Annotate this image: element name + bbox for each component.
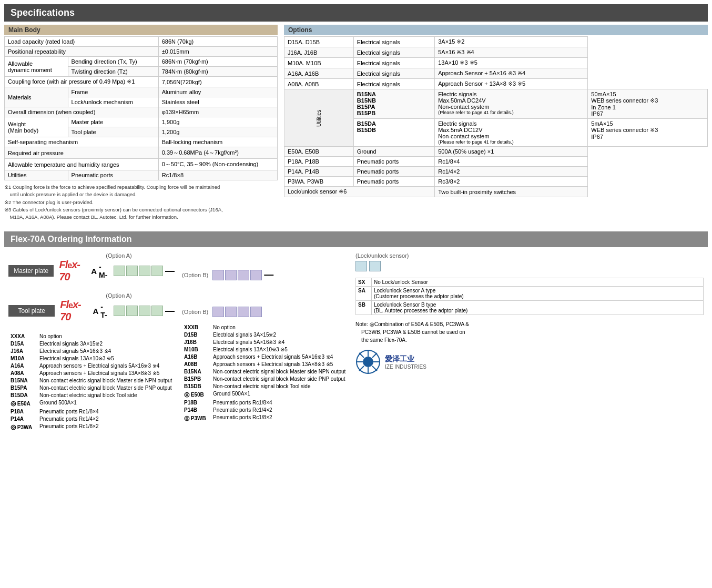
option-b-master-placeholder <box>182 252 350 269</box>
list-item: P18BPneumatic ports Rc1/8×4 <box>182 399 350 406</box>
list-item: ◎ P3WAPneumatic ports Rc1/8×2 <box>8 422 177 431</box>
table-row: Weight(Main body) Master plate 1,900g <box>5 117 278 127</box>
ordering-body: (Option A) Master plate Flex-70A -M- — <box>4 252 708 431</box>
svg-line-7 <box>372 366 377 371</box>
list-item: B15PBNon-contact electric signal block M… <box>182 375 350 382</box>
list-item: A16AApproach sensors + Electrical signal… <box>8 362 177 369</box>
code-box <box>114 266 125 276</box>
code-box-purple <box>250 270 262 280</box>
sensor-code-box <box>369 261 381 271</box>
tool-plate-section: (Option A) Tool plate Flex-70A -T- — <box>8 292 177 323</box>
code-box-purple <box>212 270 224 280</box>
svg-point-1 <box>363 357 373 367</box>
options-table: D15A. D15B Electrical signals 3A×15 ※2 J… <box>284 36 708 197</box>
table-row: D15A. D15B Electrical signals 3A×15 ※2 <box>284 37 708 47</box>
list-item: D15AElectrical signals 3A×15※2 <box>8 340 177 347</box>
table-row: A16A. A16B Electrical signals Approach S… <box>284 68 708 79</box>
table-row: Allowabledynamic moment Bending directio… <box>5 57 278 67</box>
option-b-label-1: (Option B) <box>182 272 208 278</box>
svg-line-9 <box>359 366 364 371</box>
list-item: M10AElectrical signals 13A×10※3 ※5 <box>8 354 177 362</box>
table-row: Required air pressure 0.39～0.68MPa (4～7k… <box>5 147 278 159</box>
ize-brand: 愛泽工业 IZE INDUSTRIES <box>385 354 426 370</box>
list-item: B15NANon-contact electric signal block M… <box>182 368 350 375</box>
list-item: ◎ P3WBPneumatic ports Rc1/8×2 <box>182 413 350 422</box>
option-a-label-master: (Option A) <box>61 252 177 259</box>
table-row: Materials Frame Aluminum alloy <box>5 87 278 97</box>
option-b-label-2: (Option B) <box>182 309 208 315</box>
ordering-note: Note: ◎Combination of E50A & E50B, PC3WA… <box>355 320 704 344</box>
table-row: Lock/unlock sensor ※6 Two built-in proxi… <box>284 187 708 197</box>
option-b-master-row: (Option B) — <box>182 269 350 280</box>
svg-line-6 <box>359 353 364 358</box>
code-box <box>151 266 163 276</box>
ordering-title-bar: Flex-70A Ordering Information <box>4 231 708 247</box>
ize-chinese-name: 愛泽工业 <box>385 354 426 364</box>
master-logo: Flex-70 <box>59 259 89 283</box>
code-box-purple <box>238 270 249 280</box>
list-item: ◎ E50AGround 500A×1 <box>8 399 177 408</box>
option-b-tool-placeholder <box>182 290 350 307</box>
master-option-a-boxes <box>114 266 163 276</box>
list-item: A16BApproach sensors + Electrical signal… <box>182 353 350 360</box>
table-row: Utilities Pneumatic ports Rc1/8×8 <box>5 170 278 180</box>
option-a-label-tool: (Option A) <box>61 292 177 299</box>
master-logo-a: A <box>91 267 97 276</box>
code-box <box>114 306 125 316</box>
svg-line-8 <box>372 353 377 358</box>
list-item: D15BElectrical signals 3A×15※2 <box>182 331 350 338</box>
ordering-option-b: (Option B) — (Option B) <box>182 252 350 431</box>
tool-suffix: -T- <box>100 302 109 319</box>
code-box <box>126 306 138 316</box>
specifications-section: Specifications Main Body Load capacity (… <box>4 4 708 221</box>
code-box <box>151 306 163 316</box>
main-body-section: Main Body Load capacity (rated load) 686… <box>4 25 278 221</box>
table-row: P3WA. P3WB Pneumatic ports Rc3/8×2 <box>284 177 708 187</box>
master-plate-row: Master plate Flex-70A -M- — <box>8 259 177 283</box>
footnotes: ※1 Coupling force is the force to achiev… <box>4 184 278 221</box>
sensor-boxes-row <box>355 261 704 271</box>
list-item: P18APneumatic ports Rc1/8×4 <box>8 408 177 415</box>
list-item: A08BApproach sensors + Electrical signal… <box>182 360 350 368</box>
list-item: XXXBNo option <box>182 323 350 331</box>
table-row: SB Lock/unlock Sensor B type(BL. Autotec… <box>356 301 704 315</box>
master-plate-section: (Option A) Master plate Flex-70A -M- — <box>8 252 177 283</box>
options-header: Options <box>284 25 708 35</box>
tool-plate-row: Tool plate Flex-70A -T- — <box>8 299 177 323</box>
code-box-purple <box>225 270 237 280</box>
table-row: Positional repeatability ±0.015mm <box>5 47 278 57</box>
table-row: Self-separating mechanism Ball-locking m… <box>5 137 278 147</box>
list-item: B15NANon-contact electric signal block M… <box>8 377 177 384</box>
ordering-section: Flex-70A Ordering Information (Option A)… <box>4 231 708 431</box>
list-item: J16BElectrical signals 5A×16※3 ※4 <box>182 338 350 346</box>
list-item: P14BPneumatic ports Rc1/4×2 <box>182 406 350 413</box>
list-item: P14APneumatic ports Rc1/4×2 <box>8 415 177 422</box>
sensor-label: (Lock/unlock sensor) <box>355 252 704 259</box>
tool-plate-label: Tool plate <box>8 305 55 317</box>
sensor-code-box <box>355 261 367 271</box>
table-row: SX No Lock/unlock Sensor <box>356 278 704 287</box>
main-body-table: Load capacity (rated load) 686N (70kg) P… <box>4 36 278 180</box>
list-item: B15DBNon-contact electric signal block T… <box>182 382 350 390</box>
table-row: J16A. J16B Electrical signals 5A×16 ※3 ※… <box>284 47 708 58</box>
ordering-diagrams: (Option A) Master plate Flex-70A -M- — <box>8 252 177 431</box>
master-plate-label: Master plate <box>8 265 54 277</box>
main-body-header: Main Body <box>4 25 278 35</box>
table-row: Overall dimension (when coupled) φ139×H6… <box>5 107 278 117</box>
option-a-table: XXXANo optionD15AElectrical signals 3A×1… <box>8 332 177 431</box>
code-box <box>126 266 138 276</box>
spec-title-bar: Specifications <box>4 4 708 22</box>
table-row: SA Lock/unlock Sensor A type(Customer pr… <box>356 287 704 301</box>
table-row: P18A. P18B Pneumatic ports Rc1/8×4 <box>284 157 708 167</box>
ordering-sensor-section: (Lock/unlock sensor) SX No Lock/unlock S… <box>355 252 704 431</box>
master-option-b-boxes <box>212 270 262 280</box>
list-item: ◎ E50BGround 500A×1 <box>182 390 350 399</box>
table-row: Load capacity (rated load) 686N (70kg) <box>5 37 278 47</box>
code-box <box>139 306 150 316</box>
code-box-purple <box>212 307 224 317</box>
code-box-purple <box>250 307 262 317</box>
tool-option-a-boxes <box>114 306 163 316</box>
ordering-title: Flex-70A Ordering Information <box>11 235 132 244</box>
table-row: M10A. M10B Electrical signals 13A×10 ※3 … <box>284 58 708 68</box>
spec-tables-row: Main Body Load capacity (rated load) 686… <box>4 25 708 221</box>
